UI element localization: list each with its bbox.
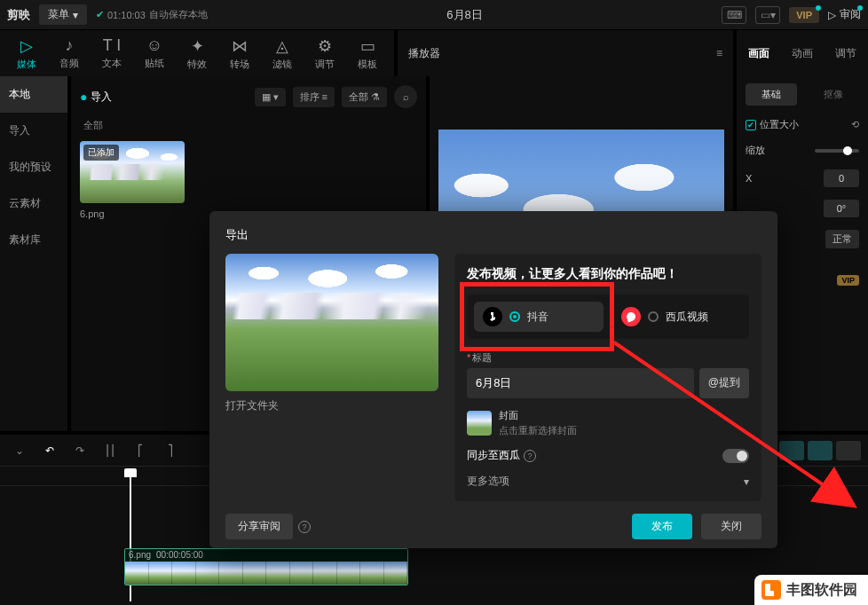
playhead[interactable] <box>124 468 137 477</box>
dialog-right: 发布视频，让更多人看到你的作品吧！ 抖音 西瓜视频 标题 6月8日 @提到 <box>454 254 761 501</box>
media-thumb[interactable]: 已添加 6.png <box>80 141 185 219</box>
tool-tab-filter[interactable]: ◬滤镜 <box>261 30 304 76</box>
rotation-input[interactable]: 0° <box>824 200 859 217</box>
radio-on-icon <box>509 311 520 322</box>
share-review-group: 分享审阅 ? <box>225 514 311 539</box>
publish-heading: 发布视频，让更多人看到你的作品吧！ <box>467 266 749 282</box>
subtab-basic[interactable]: 基础 <box>746 83 797 106</box>
platform-xigua[interactable]: 西瓜视频 <box>612 302 742 332</box>
split-button[interactable]: ⎮⎮ <box>98 438 122 463</box>
scale-slider[interactable] <box>815 149 859 153</box>
tool-row: ▷媒体 ♪音频 T I文本 ☺贴纸 ✦特效 ⋈转场 ◬滤镜 ⚙调节 ▭模板 播放… <box>0 30 868 76</box>
added-badge: 已添加 <box>83 145 119 161</box>
sync-toggle[interactable] <box>722 449 749 463</box>
thumb-name: 6.png <box>80 208 185 219</box>
check-icon: ✔ <box>96 9 104 20</box>
vip-small-badge: VIP <box>837 275 859 286</box>
close-button[interactable]: 关闭 <box>701 514 761 539</box>
layout-icon[interactable]: ▭▾ <box>755 6 780 24</box>
tool-tab-text[interactable]: T I文本 <box>91 30 133 76</box>
tool-tab-effect[interactable]: ✦特效 <box>176 30 218 76</box>
search-button[interactable]: ⌕ <box>394 85 417 108</box>
share-review-button[interactable]: 分享审阅 <box>225 514 293 539</box>
text-icon: T I <box>103 36 122 55</box>
douyin-label: 抖音 <box>527 310 548 325</box>
tool-tab-sticker[interactable]: ☺贴纸 <box>133 30 176 76</box>
dialog-title: 导出 <box>225 227 761 243</box>
title-bar: 剪映 菜单 ▾ ✔ 01:10:03 自动保存本地 6月8日 ⌨ ▭▾ VIP … <box>0 0 868 30</box>
sidebar-item-local[interactable]: 本地 <box>0 76 67 113</box>
subtab-matting[interactable]: 抠像 <box>808 83 859 106</box>
review-label: 审阅 <box>840 7 861 22</box>
mention-button[interactable]: @提到 <box>699 368 749 398</box>
sidebar-item-library[interactable]: 素材库 <box>0 222 67 258</box>
media-icon: ▷ <box>20 36 33 56</box>
tab-visual[interactable]: 画面 <box>748 46 769 61</box>
reset-icon[interactable]: ⟲ <box>851 119 859 130</box>
tl-tool-4[interactable] <box>836 441 861 460</box>
timeline-clip[interactable]: 6.png 00:00:05:00 <box>124 548 408 585</box>
sidebar-item-import[interactable]: 导入 <box>0 113 67 149</box>
review-button[interactable]: ▷ 审阅 <box>828 7 861 22</box>
dialog-body: 打开文件夹 发布视频，让更多人看到你的作品吧！ 抖音 西瓜视频 标题 6月8日 … <box>225 254 761 501</box>
publish-button[interactable]: 发布 <box>632 514 692 539</box>
title-input[interactable]: 6月8日 <box>467 368 694 398</box>
autosave-time: 01:10:03 <box>107 10 146 20</box>
sidebar-item-presets[interactable]: 我的预设 <box>0 149 67 185</box>
checkbox-icon[interactable]: ✔ <box>746 120 756 130</box>
collapse-icon[interactable]: ⌄ <box>7 438 32 463</box>
cover-hint: 点击重新选择封面 <box>499 424 577 437</box>
tool-tab-transition[interactable]: ⋈转场 <box>218 30 261 76</box>
menu-button[interactable]: 菜单 ▾ <box>39 4 87 25</box>
view-mode-button[interactable]: ▦ ▾ <box>255 88 286 106</box>
autosave-text: 自动保存本地 <box>149 8 208 21</box>
adjust-icon: ⚙ <box>318 36 332 56</box>
x-row: X 0 <box>746 169 859 187</box>
undo-button[interactable]: ↶ <box>37 438 62 463</box>
tl-tool-3[interactable] <box>808 441 832 460</box>
vip-badge[interactable]: VIP <box>789 7 819 23</box>
tool-tab-adjust[interactable]: ⚙调节 <box>304 30 346 76</box>
x-label: X <box>746 173 752 184</box>
help-icon[interactable]: ? <box>298 521 311 533</box>
tool-tab-media[interactable]: ▷媒体 <box>5 30 48 76</box>
x-input[interactable]: 0 <box>824 169 859 187</box>
trim-right-button[interactable]: ⎤ <box>158 438 183 463</box>
hamburger-icon[interactable]: ≡ <box>716 47 722 59</box>
keyboard-icon[interactable]: ⌨ <box>722 6 746 24</box>
player-label: 播放器 <box>408 46 440 61</box>
export-dialog: 导出 打开文件夹 发布视频，让更多人看到你的作品吧！ 抖音 西瓜视频 标题 <box>209 211 777 548</box>
export-preview[interactable] <box>225 254 438 391</box>
platform-selector: 抖音 西瓜视频 <box>467 295 749 339</box>
tab-adjust[interactable]: 调节 <box>835 46 856 61</box>
chevron-down-icon: ▾ <box>73 9 78 21</box>
platform-douyin[interactable]: 抖音 <box>474 302 604 332</box>
sort-button[interactable]: 排序 ≡ <box>293 87 335 107</box>
left-sidebar: 本地 导入 我的预设 云素材 素材库 <box>0 76 67 431</box>
tool-tab-audio[interactable]: ♪音频 <box>48 30 91 76</box>
filter-all-button[interactable]: 全部 ⚗ <box>342 87 387 107</box>
tab-animation[interactable]: 动画 <box>792 46 813 61</box>
cover-texts: 封面 点击重新选择封面 <box>499 409 577 437</box>
cover-row[interactable]: 封面 点击重新选择封面 <box>467 409 749 437</box>
tool-tab-template[interactable]: ▭模板 <box>346 30 389 76</box>
trim-left-button[interactable]: ⎡ <box>128 438 153 463</box>
clip-name: 6.png <box>129 550 151 561</box>
project-title[interactable]: 6月8日 <box>208 7 722 23</box>
more-options-label: 更多选项 <box>467 474 509 489</box>
sidebar-item-cloud[interactable]: 云素材 <box>0 185 67 222</box>
all-label: 全部 <box>80 119 417 132</box>
blend-select[interactable]: 正常 <box>825 230 859 248</box>
dialog-footer: 分享审阅 ? 发布 关闭 <box>225 514 761 539</box>
player-header: 播放器 ≡ <box>394 30 737 76</box>
topbar-right: ⌨ ▭▾ VIP ▷ 审阅 <box>722 6 861 24</box>
audio-icon: ♪ <box>66 36 74 55</box>
redo-button[interactable]: ↷ <box>67 438 92 463</box>
more-options-row[interactable]: 更多选项 ▾ <box>467 474 749 489</box>
help-icon[interactable]: ? <box>524 450 536 462</box>
tl-tool-2[interactable] <box>779 441 804 460</box>
play-box-icon: ▷ <box>828 9 836 21</box>
import-button[interactable]: ● 导入 <box>80 90 112 105</box>
open-folder-link[interactable]: 打开文件夹 <box>225 398 438 413</box>
cover-label: 封面 <box>499 409 577 422</box>
